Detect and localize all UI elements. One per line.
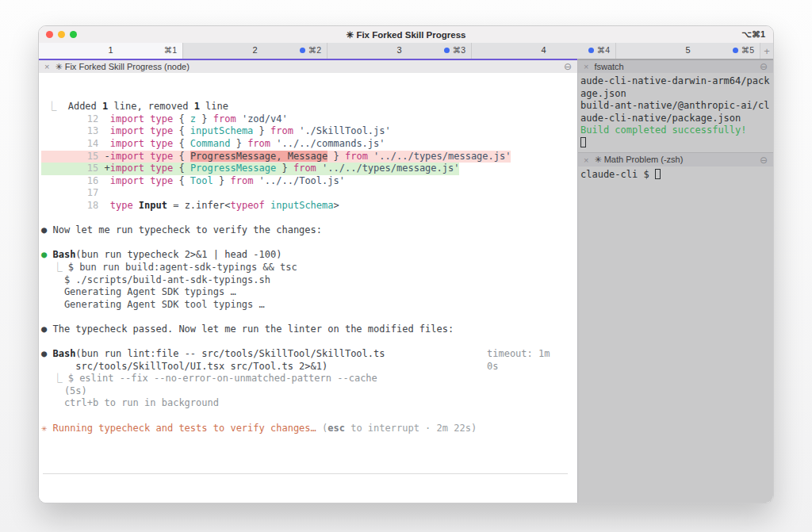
- terminal-line: $ ./scripts/build-ant-sdk-typings.sh: [41, 274, 577, 287]
- tab-shortcut: ⌘1: [164, 45, 177, 55]
- hollow-cursor: [580, 137, 586, 147]
- tab-bar: 1⌘12⌘23⌘34⌘45⌘5+: [39, 43, 773, 59]
- claude-code-terminal: ⎿ Added 1 line, removed 1 line 12 import…: [39, 73, 577, 503]
- title-bar: ✳ Fix Forked Skill Progress ⌥⌘1: [39, 26, 773, 43]
- terminal-line: 18 type Input = z.infer<typeof inputSche…: [41, 200, 577, 212]
- fswatch-pane[interactable]: × fswatch ⊖ aude-cli-native-darwin-arm64…: [578, 59, 773, 152]
- left-pane-header: × ✳ Fix Forked Skill Progress (node) ⊖: [39, 59, 577, 73]
- terminal-output: ⎿ Added 1 line, removed 1 line 12 import…: [41, 101, 577, 434]
- terminal-line: ⎿ $ bun run build:agent-sdk-typings && t…: [41, 262, 577, 274]
- activity-dot-icon: [300, 48, 305, 53]
- math-terminal: claude-cli $: [578, 166, 773, 503]
- terminal-window: ✳ Fix Forked Skill Progress ⌥⌘1 1⌘12⌘23⌘…: [38, 25, 774, 503]
- tab-1[interactable]: 1⌘1: [39, 43, 183, 59]
- fswatch-terminal: aude-cli-native-darwin-arm64/package.jso…: [578, 73, 773, 152]
- prompt-input[interactable]: >: [41, 499, 577, 503]
- pane-container: × ✳ Fix Forked Skill Progress (node) ⊖ ⎿…: [39, 59, 773, 503]
- terminal-line: claude-cli $: [580, 169, 773, 182]
- hollow-cursor: [655, 169, 661, 179]
- terminal-line: [41, 311, 577, 323]
- tab-shortcut: ⌘2: [308, 45, 321, 55]
- window-title: ✳ Fix Forked Skill Progress: [39, 29, 773, 40]
- new-tab-button[interactable]: +: [760, 43, 773, 59]
- diff-added-line: 15 +import type { ProgressMessage } from…: [41, 163, 459, 175]
- terminal-line: [41, 410, 577, 423]
- tab-2[interactable]: 2⌘2: [183, 43, 327, 59]
- tab-shortcut-group: ⌘3: [444, 45, 465, 55]
- tab-shortcut-group: ⌘4: [588, 45, 610, 55]
- activity-dot-icon: [444, 48, 450, 53]
- terminal-line: age.json: [580, 88, 773, 101]
- tab-shortcut: ⌘4: [597, 45, 610, 55]
- terminal-line: aude-cli-native/package.json: [580, 113, 773, 125]
- tab-shortcut-group: ⌘1: [164, 45, 177, 55]
- tab-5[interactable]: 5⌘5: [616, 43, 760, 59]
- terminal-line: aude-cli-native-darwin-arm64/pack: [580, 75, 773, 88]
- tab-number: 1: [39, 45, 182, 55]
- bash-meta-info: 0s: [487, 361, 498, 373]
- terminal-line: ⎿ Added 1 line, removed 1 line: [41, 101, 577, 113]
- terminal-line: 13 import type { inputSchema } from './S…: [41, 125, 577, 138]
- prompt-divider-top: [43, 473, 568, 474]
- terminal-line: 12 import type { z } from 'zod/v4': [41, 113, 577, 126]
- terminal-line: ● The typecheck passed. Now let me run t…: [41, 323, 577, 336]
- terminal-line: src/tools/SkillTool/UI.tsx src/Tool.ts 2…: [41, 361, 577, 373]
- terminal-line: 14 import type { Command } from '../../c…: [41, 138, 577, 151]
- left-pane-title: ✳ Fix Forked Skill Progress (node): [55, 62, 189, 72]
- pane-menu-icon[interactable]: ⊖: [564, 61, 572, 72]
- bash-meta-info: timeout: 1m: [487, 348, 550, 361]
- tab-shortcut: ⌘5: [741, 45, 754, 55]
- terminal-line: [41, 212, 577, 225]
- close-pane-icon[interactable]: ×: [44, 62, 49, 71]
- terminal-line: Build completed successfully!: [580, 124, 773, 137]
- tab-3[interactable]: 3⌘3: [327, 43, 472, 59]
- tab-shortcut-group: ⌘5: [733, 45, 754, 55]
- terminal-line: [41, 237, 577, 250]
- tab-4[interactable]: 4⌘4: [472, 43, 616, 59]
- math-problem-pane[interactable]: × ✳ Math Problem (-zsh) ⊖ claude-cli $: [578, 152, 773, 503]
- terminal-line: 17: [41, 187, 577, 200]
- tab-shortcut: ⌘3: [453, 45, 465, 55]
- terminal-line: Generating Agent SDK tool typings …: [41, 299, 577, 312]
- terminal-line: 16 import type { Tool } from '../../Tool…: [41, 175, 577, 188]
- claude-code-pane: × ✳ Fix Forked Skill Progress (node) ⊖ ⎿…: [39, 59, 578, 503]
- activity-dot-icon: [588, 48, 594, 53]
- terminal-line: ● Bash(bun run lint:file -- src/tools/Sk…: [41, 348, 577, 361]
- terminal-line: ctrl+b to run in background: [41, 397, 577, 410]
- terminal-line: 15 +import type { ProgressMessage } from…: [41, 163, 577, 175]
- close-pane-icon[interactable]: ×: [584, 62, 588, 71]
- terminal-line: (5s): [41, 385, 577, 398]
- math-pane-header: × ✳ Math Problem (-zsh) ⊖: [578, 152, 773, 166]
- terminal-line: Generating Agent SDK typings …: [41, 286, 577, 299]
- fswatch-pane-header: × fswatch ⊖: [578, 59, 773, 73]
- pane-menu-icon[interactable]: ⊖: [760, 61, 768, 72]
- terminal-line: ⎿ $ eslint --fix --no-error-on-unmatched…: [41, 373, 577, 385]
- diff-removed-line: 15 -import type { ProgressMessage, Messa…: [41, 151, 511, 163]
- terminal-line: [41, 335, 577, 348]
- pane-menu-icon[interactable]: ⊖: [760, 155, 768, 166]
- right-pane-column: × fswatch ⊖ aude-cli-native-darwin-arm64…: [578, 59, 773, 503]
- terminal-line: build-ant-native/@anthropic-ai/cl: [580, 100, 773, 113]
- terminal-line: ● Now let me run typecheck to verify the…: [41, 224, 577, 237]
- terminal-line: 15 -import type { ProgressMessage, Messa…: [41, 151, 577, 163]
- terminal-line: ✳ Running typecheck and tests to verify …: [41, 423, 577, 435]
- activity-dot-icon: [733, 48, 738, 53]
- terminal-line: [580, 137, 773, 150]
- tab-shortcut-group: ⌘2: [300, 45, 321, 55]
- fswatch-pane-title: fswatch: [594, 62, 623, 71]
- window-shortcut-hint: ⌥⌘1: [741, 29, 765, 40]
- terminal-line: ● Bash(bun run typecheck 2>&1 | head -10…: [41, 249, 577, 262]
- close-pane-icon[interactable]: ×: [584, 155, 588, 165]
- math-pane-title: ✳ Math Problem (-zsh): [594, 155, 683, 165]
